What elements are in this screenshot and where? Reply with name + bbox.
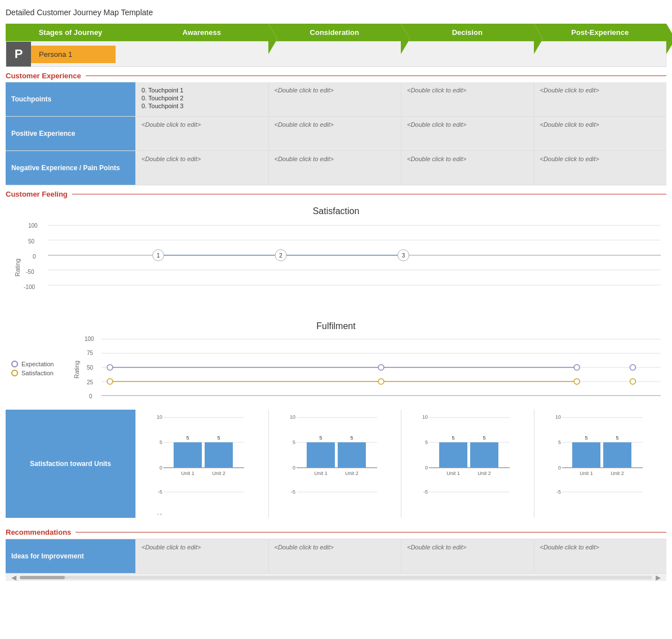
satisfaction-label: Satisfaction	[21, 370, 54, 376]
touchpoints-cell-decision[interactable]: <Double click to edit>	[401, 82, 534, 116]
svg-text:-5: -5	[423, 489, 428, 495]
satisfaction-dot	[11, 370, 18, 376]
ideas-cell-post[interactable]: <Double click to edit>	[534, 539, 667, 573]
recommendations-label: Recommendations	[6, 528, 71, 536]
negative-cell-post[interactable]: <Double click to edit>	[534, 151, 667, 185]
y-tick-minus100: -100	[24, 284, 35, 290]
stages-header: Stages of Journey Awareness Consideratio…	[6, 24, 666, 41]
svg-point-21	[107, 365, 113, 370]
svg-point-28	[630, 365, 635, 370]
bar-chart-consideration: 10 5 0 -5 5 5 Unit 1 Unit 2	[268, 410, 401, 518]
scrollbar-area[interactable]: ◀ ▶	[6, 573, 666, 581]
svg-text:2: 2	[279, 252, 282, 259]
svg-point-22	[378, 365, 384, 370]
svg-text:0: 0	[293, 465, 295, 471]
svg-point-23	[574, 365, 580, 370]
ideas-row: Ideas for Improvement <Double click to e…	[6, 539, 666, 573]
bar-chart-decision: 10 5 0 -5 5 5 Unit 1 Unit 2	[401, 410, 534, 518]
scrollbar-track	[20, 576, 652, 579]
svg-point-27	[574, 379, 580, 384]
recommendations-header: Recommendations	[6, 528, 666, 536]
ideas-cell-consideration[interactable]: <Double click to edit>	[268, 539, 401, 573]
fulfilment-chart-title: Fulfilment	[6, 321, 666, 331]
svg-text:Unit 1: Unit 1	[580, 471, 593, 476]
svg-point-25	[107, 379, 113, 384]
scroll-right-arrow[interactable]: ▶	[656, 574, 661, 582]
stage-post-experience[interactable]: Post-Experience	[534, 24, 667, 41]
negative-cell-awareness[interactable]: <Double click to edit>	[135, 151, 268, 185]
svg-text:5: 5	[425, 440, 428, 445]
persona-spacer	[116, 42, 666, 66]
svg-text:10: 10	[555, 414, 561, 420]
svg-text:Unit 1: Unit 1	[181, 471, 194, 476]
svg-text:0: 0	[160, 465, 162, 471]
positive-cell-decision[interactable]: <Double click to edit>	[401, 117, 534, 150]
ideas-cell-decision[interactable]: <Double click to edit>	[401, 539, 534, 573]
satisfaction-chart-title: Satisfaction	[6, 206, 666, 216]
bar-svg-3: 10 5 0 -5 5 5 Unit 1 Unit 2	[422, 413, 512, 514]
touchpoints-cell-consideration[interactable]: <Double click to edit>	[268, 82, 401, 116]
recommendations-line	[76, 532, 666, 532]
svg-rect-83	[572, 442, 600, 468]
svg-text:5: 5	[585, 435, 587, 441]
svg-text:0: 0	[558, 465, 561, 471]
svg-text:5: 5	[558, 440, 561, 445]
expectation-label: Expectation	[21, 361, 54, 367]
page-wrapper: Detailed Customer Journey Map Template S…	[0, 0, 672, 639]
stage-awareness[interactable]: Awareness	[135, 24, 268, 41]
customer-feeling-label: Customer Feeling	[6, 190, 68, 198]
svg-text:5: 5	[616, 435, 618, 441]
svg-text:-10: -10	[157, 513, 162, 514]
customer-experience-line	[86, 76, 666, 76]
legend-expectation: Expectation	[11, 361, 69, 367]
svg-text:-5: -5	[291, 489, 295, 495]
persona-icon: P	[6, 42, 31, 66]
satisfaction-units-label: Satisfaction toward Units	[6, 410, 135, 518]
charts-area: Satisfaction Rating 100 50 0 -50 -100	[6, 201, 666, 523]
y-tick-50: 50	[28, 238, 34, 245]
svg-text:-5: -5	[556, 489, 561, 495]
svg-text:Unit 2: Unit 2	[345, 471, 359, 476]
svg-text:3: 3	[402, 252, 405, 259]
touchpoints-cell-awareness[interactable]: 0. Touchpoint 1 0. Touchpoint 2 0. Touch…	[135, 82, 268, 116]
expectation-dot	[11, 361, 18, 367]
touchpoints-row: Touchpoints 0. Touchpoint 1 0. Touchpoin…	[6, 82, 666, 117]
negative-cell-consideration[interactable]: <Double click to edit>	[268, 151, 401, 185]
svg-text:5: 5	[319, 435, 322, 441]
stages-of-journey-label: Stages of Journey	[6, 24, 135, 41]
scrollbar-thumb[interactable]	[20, 576, 65, 579]
y-tick-0: 0	[33, 254, 36, 260]
bar-chart-post: 10 5 0 -5 5 5 Unit 1 Unit 2	[534, 410, 667, 518]
scroll-left-arrow[interactable]: ◀	[11, 574, 16, 582]
negative-label: Negative Experience / Pain Points	[6, 151, 135, 185]
stage-decision[interactable]: Decision	[401, 24, 534, 41]
page-title: Detailed Customer Journey Map Template	[6, 6, 666, 19]
persona-row: P Persona 1	[6, 41, 666, 67]
positive-cell-consideration[interactable]: <Double click to edit>	[268, 117, 401, 150]
positive-cell-post[interactable]: <Double click to edit>	[534, 117, 667, 150]
positive-cell-awareness[interactable]: <Double click to edit>	[135, 117, 268, 150]
ideas-cell-awareness[interactable]: <Double click to edit>	[135, 539, 268, 573]
positive-label: Positive Experience	[6, 117, 135, 150]
svg-rect-84	[603, 442, 631, 468]
fulfilment-legend: Expectation Satisfaction	[11, 335, 73, 404]
stage-consideration[interactable]: Consideration	[268, 24, 401, 41]
satisfaction-y-label: Rating	[14, 259, 24, 277]
y-tick-minus50: -50	[26, 269, 34, 275]
customer-feeling-line	[72, 194, 666, 194]
customer-feeling-header: Customer Feeling	[6, 190, 666, 198]
svg-rect-41	[174, 442, 202, 468]
fulfilment-y-label: Rating	[73, 361, 83, 379]
bar-svg-1: 10 5 0 -5 -10 5 5 Unit 1	[157, 413, 247, 514]
svg-text:10: 10	[422, 414, 428, 420]
touchpoint-1: 0. Touchpoint 1	[142, 87, 183, 94]
bar-charts-row: Satisfaction toward Units 10 5 0 -5 -10 …	[6, 410, 666, 518]
legend-satisfaction: Satisfaction	[11, 370, 69, 376]
touchpoint-3: 0. Touchpoint 3	[142, 103, 183, 109]
y-tick-100: 100	[28, 223, 38, 229]
svg-text:Unit 2: Unit 2	[212, 471, 226, 476]
touchpoints-cell-post[interactable]: <Double click to edit>	[534, 82, 667, 116]
negative-cell-decision[interactable]: <Double click to edit>	[401, 151, 534, 185]
persona-name[interactable]: Persona 1	[31, 46, 116, 63]
svg-rect-42	[205, 442, 233, 468]
